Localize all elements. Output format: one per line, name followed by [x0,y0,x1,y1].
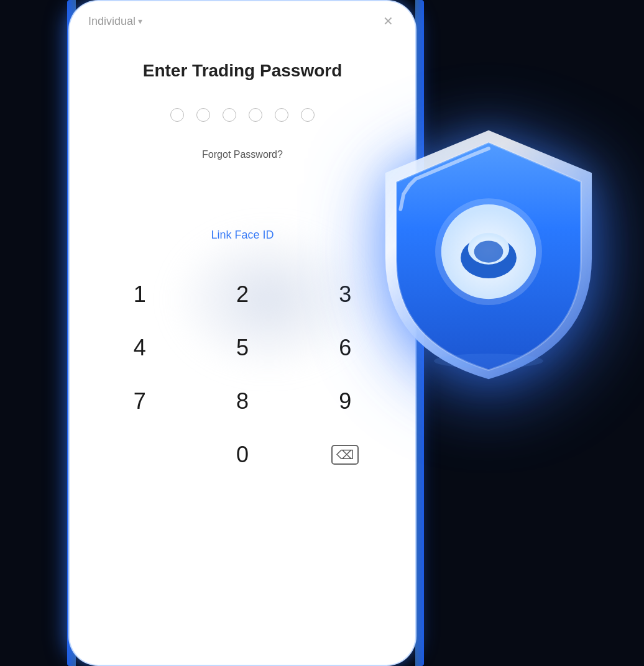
forgot-password-link[interactable]: Forgot Password? [202,149,283,160]
pin-dot-4 [249,108,262,122]
key-4[interactable]: 4 [109,326,171,370]
pin-dot-5 [275,108,288,122]
scene: Individual ✕ Enter Trading Password Forg… [0,0,644,666]
svg-point-4 [474,241,504,263]
key-empty [109,433,171,477]
svg-point-5 [434,354,543,368]
key-0[interactable]: 0 [211,433,274,477]
key-1[interactable]: 1 [109,273,171,316]
title-section: Enter Trading Password [70,36,415,93]
numpad-row-4: 0 ⌫ [88,433,397,477]
pin-dot-3 [223,108,236,122]
key-8[interactable]: 8 [211,380,274,423]
account-selector[interactable]: Individual [88,15,142,28]
phone-top-bar: Individual ✕ [70,1,415,36]
pin-dot-1 [170,108,184,122]
key-7[interactable]: 7 [109,380,171,423]
numpad-row-3: 7 8 9 [88,380,397,423]
key-9[interactable]: 9 [314,380,376,423]
pin-dot-6 [301,108,315,122]
link-face-id-button[interactable]: Link Face ID [211,229,274,241]
key-2[interactable]: 2 [211,273,274,316]
numpad-row-1: 1 2 3 [88,273,397,316]
numpad-row-2: 4 5 6 [88,326,397,370]
shield-icon [358,124,619,385]
shield-container [358,124,619,385]
bg-dark-left [0,0,67,666]
pin-dot-2 [196,108,210,122]
close-icon[interactable]: ✕ [379,12,397,30]
key-5[interactable]: 5 [211,326,274,370]
backspace-icon: ⌫ [331,445,359,465]
backspace-key[interactable]: ⌫ [314,433,376,477]
page-title: Enter Trading Password [88,61,397,81]
